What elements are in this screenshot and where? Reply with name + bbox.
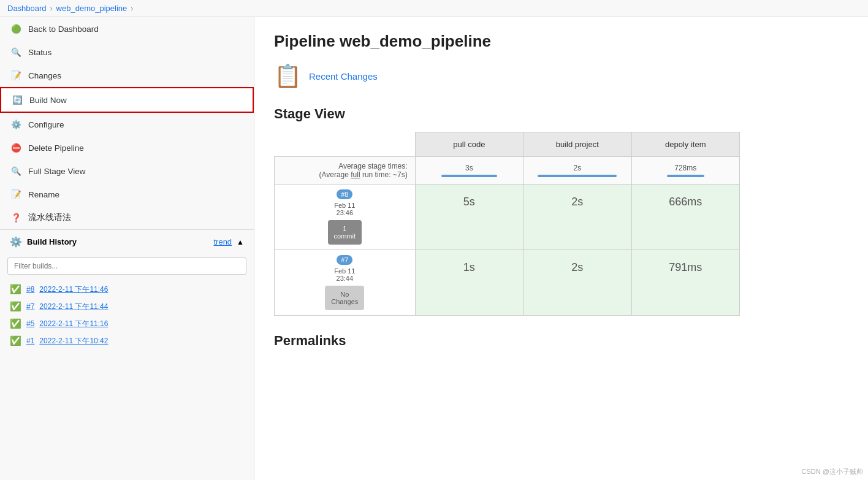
col-build-project: build project [523, 132, 631, 157]
build-time-1[interactable]: 2022-2-11 下午10:42 [39, 336, 108, 346]
build-time-7[interactable]: 2022-2-11 下午11:44 [39, 302, 108, 312]
build-badge-8[interactable]: #8 [337, 189, 352, 199]
breadcrumb-pipeline[interactable]: web_demo_pipeline [56, 4, 128, 13]
avg-cell-build-project: 2s [523, 157, 631, 185]
check-icon-5: ✅ [10, 318, 21, 329]
back-icon: 🟢 [10, 23, 22, 35]
pipeline-syntax-icon: ❓ [10, 211, 22, 224]
main-content: Pipeline web_demo_pipeline 📋 Recent Chan… [254, 17, 868, 480]
build-history-title: Build History [27, 237, 208, 246]
stage-table: pull code build project depoly item Aver… [274, 132, 740, 316]
check-icon-7: ✅ [10, 301, 21, 312]
build-list-item: ✅ #7 2022-2-11 下午11:44 [0, 298, 254, 315]
build-row-7: #7 Feb 1123:44 NoChanges 1s 2s 791ms [275, 250, 740, 316]
stage-cell-8-depoly[interactable]: 666ms [631, 185, 739, 250]
stage-cell-7-build[interactable]: 2s [523, 250, 631, 316]
build-num-8[interactable]: #8 [26, 285, 34, 294]
sidebar-item-status[interactable]: 🔍 Status [0, 40, 254, 64]
build-list-item: ✅ #8 2022-2-11 下午11:46 [0, 281, 254, 298]
avg-label: Average stage times:(Average full run ti… [275, 157, 416, 185]
breadcrumb: Dashboard › web_demo_pipeline › [0, 0, 868, 17]
build-date-7: Feb 1123:44 [281, 267, 409, 282]
trend-link[interactable]: trend [213, 237, 232, 246]
page-title: Pipeline web_demo_pipeline [274, 32, 848, 51]
build-time-5[interactable]: 2022-2-11 下午11:16 [39, 319, 108, 329]
breadcrumb-sep1: › [50, 4, 53, 13]
stage-view-title: Stage View [274, 106, 848, 122]
sidebar-item-pipeline-syntax[interactable]: ❓ 流水线语法 [0, 206, 254, 229]
changes-icon: 📝 [10, 69, 22, 82]
sidebar-item-delete-pipeline[interactable]: ⛔ Delete Pipeline [0, 136, 254, 159]
build-num-1[interactable]: #1 [26, 337, 34, 345]
build-info-8: #8 Feb 1123:46 1commit [275, 185, 416, 250]
build-history-icon: ⚙️ [10, 236, 22, 248]
build-history-header: ⚙️ Build History trend ▲ [0, 229, 254, 254]
sidebar: 🟢 Back to Dashboard 🔍 Status 📝 Changes 🔄… [0, 17, 254, 480]
col-depoly-item: depoly item [631, 132, 739, 157]
build-num-5[interactable]: #5 [26, 319, 34, 328]
build-info-7: #7 Feb 1123:44 NoChanges [275, 250, 416, 316]
stage-cell-8-build[interactable]: 2s [523, 185, 631, 250]
build-now-icon: 🔄 [11, 94, 23, 106]
watermark: CSDN @这小子贼帅 [802, 467, 863, 476]
recent-changes-link[interactable]: Recent Changes [309, 71, 378, 82]
sidebar-item-full-stage-view[interactable]: 🔍 Full Stage View [0, 159, 254, 183]
status-icon: 🔍 [10, 46, 22, 58]
sidebar-item-changes[interactable]: 📝 Changes [0, 64, 254, 87]
sidebar-item-rename[interactable]: 📝 Rename [0, 183, 254, 206]
recent-changes-section: 📋 Recent Changes [274, 63, 848, 89]
full-stage-icon: 🔍 [10, 165, 22, 177]
no-changes-badge-7: NoChanges [325, 286, 364, 310]
commit-badge-8[interactable]: 1commit [328, 220, 362, 245]
permalinks-title: Permalinks [274, 333, 848, 349]
build-list-item: ✅ #5 2022-2-11 下午11:16 [0, 315, 254, 332]
sidebar-item-back[interactable]: 🟢 Back to Dashboard [0, 17, 254, 40]
configure-icon: ⚙️ [10, 118, 22, 131]
avg-row: Average stage times:(Average full run ti… [275, 157, 740, 185]
avg-cell-pull-code: 3s [415, 157, 523, 185]
build-badge-7[interactable]: #7 [337, 255, 352, 265]
sidebar-item-configure[interactable]: ⚙️ Configure [0, 113, 254, 136]
breadcrumb-sep2: › [131, 4, 133, 13]
filter-builds-input[interactable] [7, 257, 246, 275]
delete-icon: ⛔ [10, 142, 22, 154]
sidebar-item-build-now[interactable]: 🔄 Build Now [0, 87, 254, 113]
rename-icon: 📝 [10, 188, 22, 200]
build-row-8: #8 Feb 1123:46 1commit 5s 2s 666ms [275, 185, 740, 250]
build-time-8[interactable]: 2022-2-11 下午11:46 [39, 284, 108, 295]
build-num-7[interactable]: #7 [26, 302, 34, 311]
build-date-8: Feb 1123:46 [281, 202, 409, 216]
notepad-icon: 📋 [274, 63, 302, 89]
stage-cell-8-pull[interactable]: 5s [415, 185, 523, 250]
build-list-item: ✅ #1 2022-2-11 下午10:42 [0, 332, 254, 349]
collapse-button[interactable]: ▲ [237, 238, 244, 246]
check-icon-8: ✅ [10, 284, 21, 295]
stage-cell-7-depoly[interactable]: 791ms [631, 250, 739, 316]
col-pull-code: pull code [415, 132, 523, 157]
build-list: ✅ #8 2022-2-11 下午11:46 ✅ #7 2022-2-11 下午… [0, 278, 254, 352]
check-icon-1: ✅ [10, 335, 21, 346]
avg-cell-depoly-item: 728ms [631, 157, 739, 185]
breadcrumb-dashboard[interactable]: Dashboard [7, 4, 47, 13]
stage-cell-7-pull[interactable]: 1s [415, 250, 523, 316]
